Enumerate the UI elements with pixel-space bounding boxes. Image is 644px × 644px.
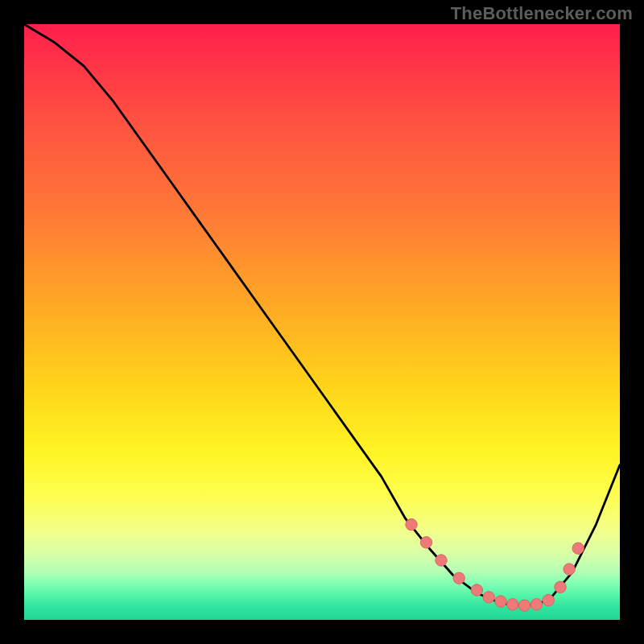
curve-marker — [406, 518, 417, 530]
curve-marker — [518, 600, 530, 611]
chart-container: TheBottlenecker.com — [0, 0, 644, 644]
curve-marker — [420, 537, 431, 548]
curve-marker — [543, 594, 554, 605]
attribution-text: TheBottlenecker.com — [451, 3, 633, 24]
plot-area — [24, 24, 620, 620]
curve-marker — [507, 599, 518, 610]
curve-marker — [572, 543, 584, 554]
curve-marker — [530, 599, 542, 610]
bottleneck-curve — [24, 24, 620, 606]
curve-marker — [555, 581, 566, 592]
curve-marker — [436, 555, 447, 566]
curve-markers — [406, 518, 584, 611]
curve-marker — [483, 592, 494, 603]
curve-marker — [453, 572, 464, 584]
chart-overlay — [24, 24, 620, 620]
curve-marker — [495, 596, 506, 607]
curve-marker — [564, 564, 575, 575]
curve-marker — [471, 584, 482, 596]
